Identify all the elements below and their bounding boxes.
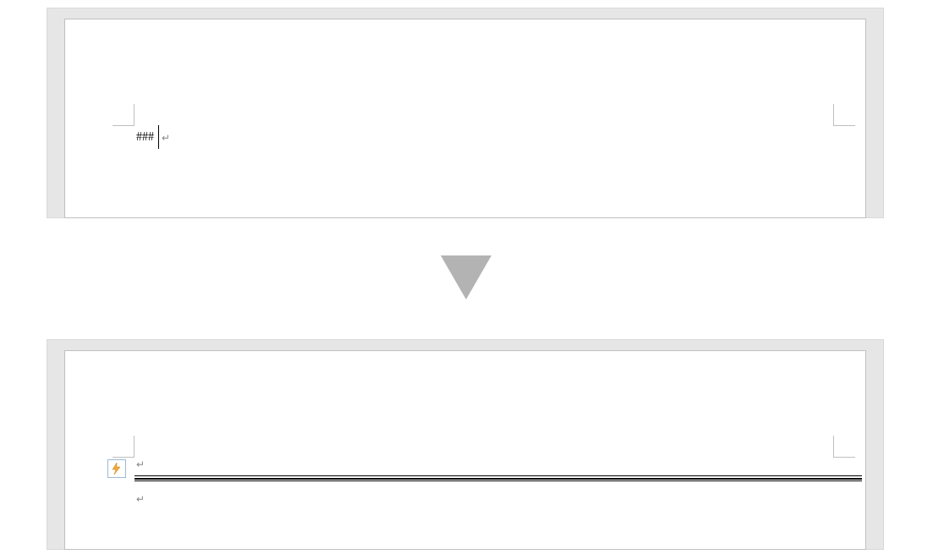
paragraph-mark-icon: ↵: [136, 458, 145, 470]
document-page-before[interactable]: ### ↵: [65, 19, 865, 217]
arrow-down-icon: [441, 255, 491, 299]
svg-marker-0: [113, 463, 120, 475]
margin-corner-top-right: [833, 436, 855, 458]
typed-characters: ###: [136, 130, 154, 144]
autocorrect-options-button[interactable]: [107, 459, 126, 478]
after-panel: ↵ ↵: [47, 339, 884, 550]
margin-corner-top-left: [113, 104, 134, 126]
document-page-after[interactable]: ↵ ↵: [65, 351, 865, 549]
paragraph-mark-icon: ↵: [136, 493, 145, 505]
lightning-bolt-icon: [112, 463, 121, 475]
before-panel: ### ↵: [47, 8, 884, 218]
text-cursor: [158, 125, 159, 149]
paragraph-mark-icon: ↵: [162, 132, 170, 144]
margin-corner-top-right: [833, 104, 855, 126]
margin-corner-top-left: [113, 436, 134, 458]
horizontal-rule-triple: [134, 475, 862, 481]
